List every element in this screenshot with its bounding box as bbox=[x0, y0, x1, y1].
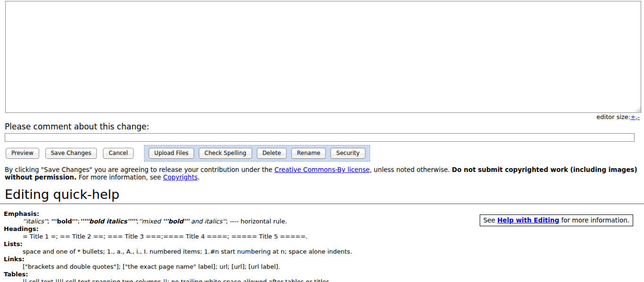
mixed-bold-sample: '''bold''' bbox=[163, 218, 189, 225]
bold-italics-sample: '''''bold italics''''' bbox=[80, 218, 136, 225]
mixed-bold-inner: '''bold''' bbox=[163, 218, 189, 225]
extra-actions-group: Upload Files Check Spelling Delete Renam… bbox=[144, 145, 370, 162]
license-text-1: By clicking "Save Changes" you are agree… bbox=[5, 166, 274, 173]
help-with-editing-box: See Help with Editing for more informati… bbox=[480, 214, 633, 226]
check-spelling-button[interactable]: Check Spelling bbox=[199, 148, 252, 159]
license-text-3: For more information, see bbox=[76, 173, 163, 181]
editor-size-increase-link[interactable]: + bbox=[630, 113, 636, 120]
tables-term: Tables: bbox=[4, 271, 644, 278]
change-comment-input[interactable] bbox=[5, 133, 635, 142]
editor-size-controls: editor size:+,- bbox=[0, 113, 644, 121]
quick-help-title: Editing quick-help bbox=[0, 188, 644, 204]
save-changes-button[interactable]: Save Changes bbox=[45, 148, 97, 159]
security-button[interactable]: Security bbox=[330, 148, 365, 159]
copyrights-link[interactable]: Copyrights bbox=[163, 173, 197, 181]
links-term: Links: bbox=[4, 256, 644, 263]
cancel-button[interactable]: Cancel bbox=[103, 148, 134, 159]
upload-files-button[interactable]: Upload Files bbox=[149, 148, 194, 159]
delete-button[interactable]: Delete bbox=[257, 148, 287, 159]
rename-button[interactable]: Rename bbox=[291, 148, 326, 159]
wiki-edit-textarea[interactable] bbox=[5, 1, 641, 113]
horizontal-rule-note: ; ---- horizontal rule. bbox=[226, 218, 287, 225]
license-text-2: , unless noted otherwise. bbox=[370, 166, 452, 173]
separator-text: ; bbox=[47, 218, 51, 225]
italics-sample: ''italics'' bbox=[23, 218, 47, 225]
lists-help-line: space and one of * bullets; 1., a., A., … bbox=[23, 248, 644, 256]
help-box-suffix: for more information. bbox=[559, 216, 629, 224]
lists-term: Lists: bbox=[4, 240, 644, 248]
license-text-4: . bbox=[197, 173, 199, 181]
bold-italics-inner: '''''bold italics''''' bbox=[80, 218, 136, 225]
editor-size-decrease-link[interactable]: - bbox=[637, 113, 640, 120]
bold-sample: '''bold''' bbox=[51, 218, 78, 225]
help-box-prefix: See bbox=[483, 216, 497, 224]
headings-term: Headings: bbox=[4, 225, 644, 233]
edit-action-toolbar: Preview Save Changes Cancel Upload Files… bbox=[6, 145, 644, 162]
help-with-editing-link[interactable]: Help with Editing bbox=[497, 216, 559, 224]
creative-commons-license-link[interactable]: Creative Commons-By license bbox=[274, 166, 370, 173]
wiki-editor-area bbox=[5, 1, 642, 113]
comment-prompt-label: Please comment about this change: bbox=[5, 122, 644, 131]
quick-help-section: Emphasis: ''italics''; '''bold''';'''''b… bbox=[0, 204, 644, 282]
links-help-line: ["brackets and double quotes"]; ["the ex… bbox=[23, 263, 644, 271]
preview-button[interactable]: Preview bbox=[6, 148, 39, 159]
license-notice: By clicking "Save Changes" you are agree… bbox=[5, 166, 639, 181]
mixed-sample-start: ''mixed bbox=[138, 218, 162, 225]
headings-help-line: = Title 1 =; == Title 2 ==; === Title 3 … bbox=[23, 233, 644, 240]
tables-help-line: || cell text |||| cell text spanning two… bbox=[23, 278, 644, 282]
mixed-sample-end: and italics'' bbox=[189, 218, 226, 225]
editor-size-label: editor size: bbox=[596, 113, 630, 120]
